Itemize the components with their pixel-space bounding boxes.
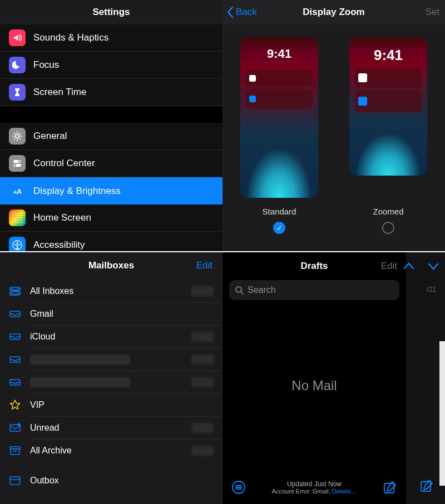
tray-icon: [9, 353, 21, 366]
search-placeholder: Search: [248, 285, 276, 295]
mailbox-row[interactable]: [0, 371, 222, 393]
set-button[interactable]: Set: [425, 0, 439, 24]
preview-zoomed[interactable]: 9:41: [349, 37, 427, 176]
mailbox-row[interactable]: All Archive: [0, 440, 222, 462]
error-details-link[interactable]: Details…: [332, 488, 357, 495]
settings-row-display-brightness[interactable]: AADisplay & Brightness: [0, 177, 222, 204]
zoom-previews: 9:41 9:41: [222, 37, 445, 198]
mailbox-row[interactable]: All Inboxes: [0, 280, 222, 302]
drafts-footer: Updated Just Now Account Error: Gmail. D…: [222, 471, 406, 504]
search-icon: [235, 286, 244, 295]
mailbox-row[interactable]: Gmail: [0, 303, 222, 325]
drafts-header: Drafts Edit: [222, 252, 406, 280]
text-size-icon: AA: [9, 183, 26, 199]
settings-row-general[interactable]: General: [0, 123, 222, 150]
svg-point-16: [18, 423, 21, 426]
mailbox-row[interactable]: VIP: [0, 394, 222, 416]
settings-row-label: Accessibility: [33, 239, 85, 251]
drafts-column: Drafts Edit Search No Mail Updated Just …: [222, 252, 406, 504]
mailbox-label: iCloud: [30, 332, 55, 342]
archive-icon: [9, 445, 21, 457]
display-zoom-header: Back Display Zoom Set: [222, 0, 445, 24]
mail-detail-column: /21: [406, 252, 445, 504]
settings-row-home-screen[interactable]: Home Screen: [0, 204, 222, 232]
mailbox-row[interactable]: [0, 348, 222, 371]
grid-icon: [9, 209, 26, 226]
mailbox-count-badge: [191, 446, 214, 456]
compose-button-side[interactable]: [419, 478, 434, 495]
search-input[interactable]: Search: [229, 280, 399, 300]
settings-row-focus[interactable]: Focus: [0, 52, 222, 79]
settings-row-label: Home Screen: [33, 212, 91, 223]
mail-content-sliver: [439, 341, 445, 486]
preview-box-icon: [249, 75, 256, 82]
empty-state: No Mail: [222, 300, 406, 471]
drafts-panel: Drafts Edit Search No Mail Updated Just …: [222, 252, 445, 504]
settings-row-screen-time[interactable]: Screen Time: [0, 79, 222, 106]
mailbox-label: All Archive: [30, 446, 72, 456]
zoom-option-labels: Standard Zoomed: [222, 207, 445, 216]
gear-icon: [9, 128, 26, 144]
outbox-icon: [9, 475, 21, 487]
unread-icon: [9, 422, 21, 434]
display-zoom-title: Display Zoom: [303, 7, 364, 18]
zoom-option-radios: [222, 222, 445, 234]
preview-box-icon: [358, 73, 367, 82]
preview-clock: 9:41: [240, 47, 318, 61]
status-text: Updated Just Now Account Error: Gmail. D…: [272, 480, 357, 495]
toggles-icon: [9, 155, 26, 172]
mailbox-label: Outbox: [30, 476, 59, 486]
nav-arrows: [403, 260, 439, 272]
back-button[interactable]: Back: [227, 0, 257, 24]
preview-box-icon: [249, 96, 256, 102]
mailboxes-title: Mailboxes: [0, 260, 222, 271]
svg-point-8: [17, 242, 18, 244]
compose-icon: [419, 478, 434, 493]
svg-point-0: [16, 134, 19, 138]
settings-row-sounds-haptics[interactable]: Sounds & Haptics: [0, 24, 222, 52]
settings-row-label: Display & Brightness: [33, 186, 121, 197]
label-standard: Standard: [240, 207, 318, 216]
speaker-icon: [9, 29, 26, 46]
preview-box-icon: [358, 97, 367, 106]
radio-zoomed[interactable]: [382, 222, 394, 234]
mailbox-row[interactable]: iCloud: [0, 326, 222, 348]
mailbox-label: VIP: [30, 400, 44, 410]
preview-standard[interactable]: 9:41: [240, 37, 318, 198]
drafts-edit-button[interactable]: Edit: [381, 261, 397, 272]
mailbox-row[interactable]: Outbox: [0, 470, 222, 492]
settings-row-label: Focus: [33, 59, 59, 71]
status-error: Account Error: Gmail.: [272, 488, 332, 495]
mailbox-count-badge: [191, 286, 214, 296]
mailbox-label: [30, 355, 130, 365]
preview-widget: [246, 89, 313, 109]
filter-icon[interactable]: [231, 480, 246, 495]
settings-row-accessibility[interactable]: Accessibility: [0, 232, 222, 251]
star-icon: [9, 399, 21, 411]
chevron-down-icon[interactable]: [427, 260, 439, 272]
back-label: Back: [236, 7, 257, 18]
settings-row-label: Control Center: [33, 158, 95, 169]
settings-row-label: Sounds & Haptics: [33, 32, 108, 43]
mailbox-count-badge: [191, 355, 214, 365]
compose-icon[interactable]: [383, 480, 397, 495]
svg-line-23: [241, 292, 243, 294]
svg-point-2: [18, 161, 21, 163]
mailboxes-panel: Mailboxes Edit All InboxesGmailiCloudVIP…: [0, 252, 222, 504]
svg-rect-20: [10, 477, 20, 485]
settings-row-control-center[interactable]: Control Center: [0, 150, 222, 177]
settings-row-label: General: [33, 131, 67, 142]
mailbox-count-badge: [191, 377, 214, 387]
settings-group-divider: [0, 106, 222, 123]
chevron-up-icon[interactable]: [403, 260, 415, 272]
mailbox-label: Unread: [30, 423, 59, 433]
radio-standard[interactable]: [273, 222, 285, 234]
mailbox-label: Gmail: [30, 309, 53, 319]
svg-point-4: [14, 164, 16, 167]
settings-panel: Settings Sounds & HapticsFocusScreen Tim…: [0, 0, 222, 251]
tray-icon: [9, 308, 21, 320]
svg-rect-18: [11, 449, 19, 455]
mailboxes-edit-button[interactable]: Edit: [196, 260, 212, 271]
partial-date: /21: [427, 286, 436, 293]
mailbox-row[interactable]: Unread: [0, 417, 222, 439]
